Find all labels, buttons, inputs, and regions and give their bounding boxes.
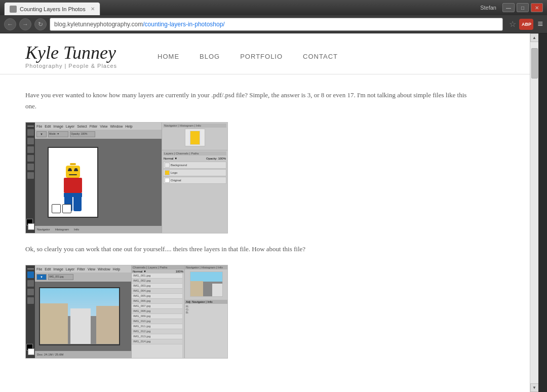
- lego-stud: [70, 163, 76, 165]
- ps2-layer-row-3: IMG_003.jpg: [132, 284, 182, 289]
- ps-layers-panel-container: Layers | Channels | Paths Normal ▼ Opaci…: [162, 150, 227, 233]
- city-scene: [40, 288, 119, 344]
- close-button[interactable]: ✕: [531, 3, 543, 12]
- ps2-layer-row-4: IMG_004.jpg: [132, 289, 182, 294]
- ps2-tool-1: [27, 271, 34, 278]
- title-bar: Counting Layers In Photos ✕ Stefan — □ ✕: [0, 0, 547, 15]
- back-button[interactable]: ←: [4, 18, 16, 30]
- ps-tool-7: [27, 172, 34, 179]
- active-tab[interactable]: Counting Layers In Photos ✕: [4, 2, 100, 15]
- ps-layer-dice: Original: [163, 177, 226, 184]
- ps2-color-swatch: [26, 344, 34, 355]
- ps2-layer-row-7: IMG_007.jpg: [132, 304, 182, 309]
- url-path: /counting-layers-in-photoshop/: [143, 21, 224, 28]
- ps2-tool-2: [27, 280, 34, 287]
- window-controls: Stefan — □ ✕: [480, 3, 543, 12]
- ps-canvas-lego: [48, 147, 98, 218]
- page-content: Kyle Tunney Photography | People & Place…: [0, 33, 530, 392]
- ps2-menu-bar: File Edit Image Layer Filter View Window…: [35, 265, 131, 272]
- ps2-status-bar: Doc: 24.1M / 25.6M: [35, 351, 131, 358]
- dice-group: [52, 204, 71, 213]
- ps-tool-2: [27, 129, 34, 136]
- navigation-bar: ← → ↻ blog.kyletunneyphotography.com /co…: [0, 15, 547, 33]
- tab-favicon: [10, 6, 17, 13]
- ps2-layer-row-12: IMG_012.jpg: [132, 329, 182, 334]
- scroll-thumb[interactable]: [531, 48, 538, 79]
- ps2-layer-row-11: IMG_011.jpg: [132, 324, 182, 329]
- ps2-layer-row-6: IMG_006.jpg: [132, 299, 182, 304]
- adblock-button[interactable]: ABP: [519, 19, 533, 30]
- refresh-button[interactable]: ↻: [34, 18, 47, 30]
- tab-title: Counting Layers In Photos: [20, 6, 86, 12]
- ps-color-swatch: [26, 219, 34, 230]
- ps2-tool-3: [27, 289, 34, 295]
- ps-layer-lego: Lego: [163, 169, 226, 176]
- lego-waist: [64, 193, 82, 197]
- forward-button[interactable]: →: [19, 18, 31, 30]
- nav-blog[interactable]: BLOG: [200, 53, 220, 60]
- bookmark-icon[interactable]: ☆: [509, 19, 516, 29]
- ps-menu-bar: File Edit Image Layer Select Filter View…: [35, 123, 162, 130]
- scrollbar[interactable]: ▲ ▼: [530, 33, 538, 392]
- ps2-layer-row-1: IMG_001.jpg: [132, 273, 182, 279]
- ps2-layer-row-5: IMG_005.jpg: [132, 294, 182, 299]
- user-label: Stefan: [480, 5, 496, 11]
- ps2-mini-preview: [190, 271, 223, 297]
- ps-mini-preview: [185, 129, 205, 146]
- ps-tool-4: [27, 146, 34, 153]
- tab-close-button[interactable]: ✕: [91, 6, 95, 12]
- scroll-track[interactable]: [530, 42, 538, 383]
- url-domain: blog.kyletunneyphotography.com: [54, 21, 143, 28]
- site-navigation: HOME BLOG PORTFOLIO CONTACT: [158, 53, 338, 60]
- ps2-canvas-area: [35, 282, 131, 351]
- ps-tool-5: [27, 155, 34, 162]
- ps-canvas-area: [35, 139, 162, 226]
- article-content: Have you ever wanted to know how many la…: [0, 74, 496, 384]
- article-intro: Have you ever wanted to know how many la…: [25, 90, 471, 112]
- ps2-toolbar-row: ▼ IMG_001.jpg: [35, 272, 131, 282]
- logo-tagline: Photography | People & Places: [25, 63, 117, 69]
- maximize-button[interactable]: □: [517, 3, 529, 12]
- minimize-button[interactable]: —: [502, 3, 515, 12]
- ps-tool-1: [27, 126, 34, 127]
- ps2-tool-4: [27, 297, 34, 304]
- ps-left-toolbar-2: [26, 265, 35, 358]
- nav-portfolio[interactable]: PORTFOLIO: [240, 53, 283, 60]
- logo-name: Kyle Tunney: [25, 44, 117, 62]
- nav-home[interactable]: HOME: [158, 53, 179, 60]
- photoshop-screenshot-2: File Edit Image Layer Filter View Window…: [25, 265, 228, 359]
- ps2-layer-row-13: IMG_013.jpg: [132, 334, 182, 339]
- browser-menu-button[interactable]: ≡: [537, 19, 543, 29]
- ps2-layers-list-panel: Channels | Layers | Paths Normal ▼ 100% …: [131, 265, 184, 358]
- site-header: Kyle Tunney Photography | People & Place…: [0, 33, 530, 74]
- ps-status-bar: Navigator Histogram Info: [35, 226, 162, 233]
- ps2-layers-list: IMG_001.jpg IMG_002.jpg IMG_003.jpg IMG_…: [132, 273, 182, 358]
- dice-1: [52, 204, 61, 213]
- ps2-canvas-city: [39, 287, 120, 345]
- ps2-layer-row-14: IMG_014.jpg: [132, 339, 182, 344]
- ps2-layer-row-10: IMG_010.jpg: [132, 319, 182, 324]
- photoshop-screenshot-1: File Edit Image Layer Select Filter View…: [25, 122, 228, 233]
- ps-main-area-2: File Edit Image Layer Filter View Window…: [35, 265, 131, 358]
- tab-area: Counting Layers In Photos ✕: [4, 0, 100, 15]
- lego-head: [66, 166, 80, 178]
- ps-tool-3: [27, 138, 34, 144]
- ps2-layer-row-9: IMG_009.jpg: [132, 314, 182, 319]
- lego-torso: [64, 178, 82, 193]
- ps2-layer-row-2: IMG_002.jpg: [132, 279, 182, 284]
- site-logo: Kyle Tunney Photography | People & Place…: [25, 44, 117, 69]
- ps-right-panels: Navigator | Histogram | Info Layers | Ch…: [162, 123, 227, 233]
- address-bar[interactable]: blog.kyletunneyphotography.com /counting…: [50, 18, 503, 31]
- dice-2: [62, 204, 71, 213]
- ps-tool-6: [27, 164, 34, 170]
- ps-left-toolbar: [26, 123, 35, 233]
- nav-contact[interactable]: CONTACT: [303, 53, 338, 60]
- browser-content: Kyle Tunney Photography | People & Place…: [0, 33, 538, 392]
- ps-toolbar-row: ▼ Mode: ▼ Opacity: 100%: [35, 130, 162, 139]
- ps2-navigator-panel: Navigator | Histogram | Info Adj: Naviga…: [184, 265, 227, 358]
- scroll-down-arrow[interactable]: ▼: [530, 383, 539, 392]
- ps-navigator-panel: Navigator | Histogram | Info: [162, 123, 227, 150]
- scroll-up-arrow[interactable]: ▲: [530, 33, 539, 42]
- ps-layer-background: Background: [163, 162, 226, 169]
- article-second-para: Ok, so clearly you can work that one out…: [25, 244, 471, 255]
